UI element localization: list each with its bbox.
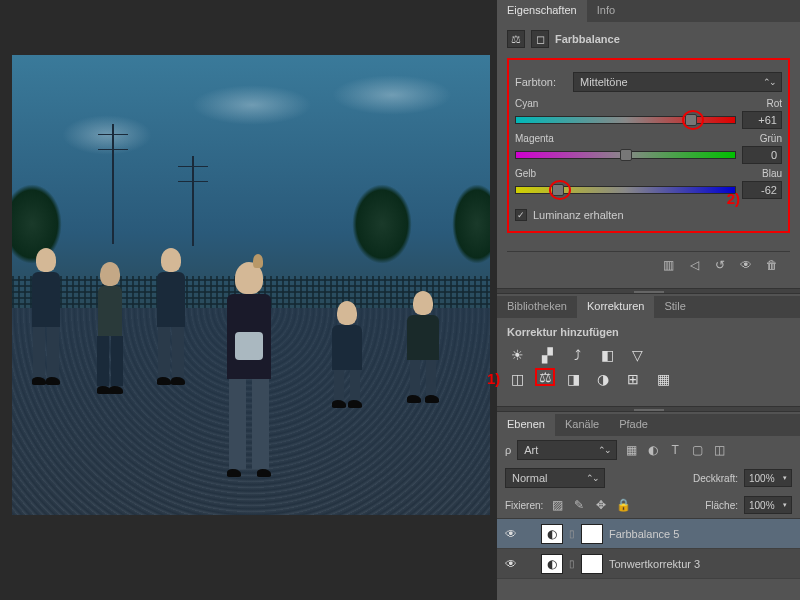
bw-icon[interactable]: ◨ <box>563 370 583 388</box>
properties-body: ⚖ ◻ Farbbalance Farbton: Mitteltöne Cyan… <box>497 22 800 286</box>
adjustments-body: Korrektur hinzufügen ☀ ▞ ⤴ ◧ ▽ 1) ◫ ⚖ ◨ … <box>497 318 800 404</box>
yellow-blue-value[interactable] <box>742 181 782 199</box>
channel-mixer-icon[interactable]: ⊞ <box>623 370 643 388</box>
layer-item[interactable]: 👁 ▯ Tonwertkorrektur 3 <box>497 549 800 579</box>
properties-footer: ▥ ◁ ↺ 👁 🗑 <box>507 251 790 278</box>
opacity-value[interactable]: 100% <box>744 469 792 487</box>
layer-name[interactable]: Farbbalance 5 <box>609 528 679 540</box>
right-panels: Eigenschaften Info ⚖ ◻ Farbbalance Farbt… <box>497 0 800 600</box>
lock-all-icon[interactable]: 🔒 <box>615 498 631 512</box>
filter-smart-icon[interactable]: ◫ <box>711 443 727 457</box>
panel-divider-2[interactable] <box>497 406 800 412</box>
cyan-red-value[interactable] <box>742 111 782 129</box>
layer-name[interactable]: Tonwertkorrektur 3 <box>609 558 700 570</box>
trash-icon[interactable]: 🗑 <box>764 258 780 272</box>
yellow-label: Gelb <box>515 168 536 179</box>
annotation-2: 2) <box>727 190 740 207</box>
levels-icon[interactable]: ▞ <box>537 346 557 364</box>
fill-label: Fläche: <box>705 500 738 511</box>
tab-info[interactable]: Info <box>587 0 625 22</box>
balance-icon: ⚖ <box>507 30 525 48</box>
properties-tabs: Eigenschaften Info <box>497 0 800 22</box>
filter-type-icon[interactable]: T <box>667 443 683 457</box>
cyan-red-slider[interactable] <box>515 116 736 124</box>
hue-icon[interactable]: ◫ <box>507 370 527 388</box>
lock-trans-icon[interactable]: ▨ <box>549 498 565 512</box>
cyan-label: Cyan <box>515 98 538 109</box>
exposure-icon[interactable]: ◧ <box>597 346 617 364</box>
green-label: Grün <box>760 133 782 144</box>
layers-body: ρ Art ▦ ◐ T ▢ ◫ Normal Deckkraft: 100% F… <box>497 436 800 579</box>
tone-select[interactable]: Mitteltöne <box>573 72 782 92</box>
lookup-icon[interactable]: ▦ <box>653 370 673 388</box>
tab-adjustments[interactable]: Korrekturen <box>577 296 654 318</box>
layer-adj-thumb[interactable] <box>541 524 563 544</box>
tab-properties[interactable]: Eigenschaften <box>497 0 587 22</box>
magenta-green-value[interactable] <box>742 146 782 164</box>
add-adjustment-label: Korrektur hinzufügen <box>507 326 790 338</box>
checkbox-icon <box>515 209 527 221</box>
curves-icon[interactable]: ⤴ <box>567 346 587 364</box>
preserve-luminosity-checkbox[interactable]: Luminanz erhalten <box>515 209 782 221</box>
adjustments-tabs: Bibliotheken Korrekturen Stile <box>497 296 800 318</box>
lock-paint-icon[interactable]: ✎ <box>571 498 587 512</box>
brightness-icon[interactable]: ☀ <box>507 346 527 364</box>
lock-pos-icon[interactable]: ✥ <box>593 498 609 512</box>
visibility-toggle[interactable]: 👁 <box>503 557 519 571</box>
red-label: Rot <box>766 98 782 109</box>
canvas-area <box>0 0 497 600</box>
layer-mask-thumb[interactable] <box>581 554 603 574</box>
tab-styles[interactable]: Stile <box>654 296 695 318</box>
layer-item-selected[interactable]: 👁 ▯ Farbbalance 5 <box>497 519 800 549</box>
blend-mode-select[interactable]: Normal <box>505 468 605 488</box>
layer-filter-select[interactable]: Art <box>517 440 617 460</box>
image-canvas[interactable] <box>12 55 490 515</box>
filter-shape-icon[interactable]: ▢ <box>689 443 705 457</box>
tab-layers[interactable]: Ebenen <box>497 414 555 436</box>
tab-channels[interactable]: Kanäle <box>555 414 609 436</box>
slider-handle[interactable] <box>620 149 632 161</box>
magenta-label: Magenta <box>515 133 554 144</box>
clip-icon[interactable]: ▥ <box>660 258 676 272</box>
opacity-label: Deckkraft: <box>693 473 738 484</box>
magenta-green-slider[interactable] <box>515 151 736 159</box>
filter-adj-icon[interactable]: ◐ <box>645 443 661 457</box>
fill-value[interactable]: 100% <box>744 496 792 514</box>
tone-label: Farbton: <box>515 76 567 88</box>
slider-handle[interactable] <box>685 114 697 126</box>
yellow-blue-slider[interactable] <box>515 186 736 194</box>
vibrance-icon[interactable]: ▽ <box>627 346 647 364</box>
adjustment-title: Farbbalance <box>555 33 620 45</box>
tab-libraries[interactable]: Bibliotheken <box>497 296 577 318</box>
blue-label: Blau <box>762 168 782 179</box>
photo-filter-icon[interactable]: ◑ <box>593 370 613 388</box>
tab-paths[interactable]: Pfade <box>609 414 658 436</box>
layer-adj-thumb[interactable] <box>541 554 563 574</box>
filter-pixel-icon[interactable]: ▦ <box>623 443 639 457</box>
reset-icon[interactable]: ↺ <box>712 258 728 272</box>
panel-divider[interactable] <box>497 288 800 294</box>
visibility-toggle[interactable]: 👁 <box>503 527 519 541</box>
annotation-1: 1) <box>487 370 500 387</box>
layer-mask-thumb[interactable] <box>581 524 603 544</box>
lock-label: Fixieren: <box>505 500 543 511</box>
highlighted-controls: Farbton: Mitteltöne Cyan Rot <box>507 58 790 233</box>
color-balance-icon[interactable]: ⚖ <box>535 368 555 386</box>
mask-icon[interactable]: ◻ <box>531 30 549 48</box>
layers-tabs: Ebenen Kanäle Pfade <box>497 414 800 436</box>
slider-handle[interactable] <box>552 184 564 196</box>
prev-icon[interactable]: ◁ <box>686 258 702 272</box>
visibility-icon[interactable]: 👁 <box>738 258 754 272</box>
